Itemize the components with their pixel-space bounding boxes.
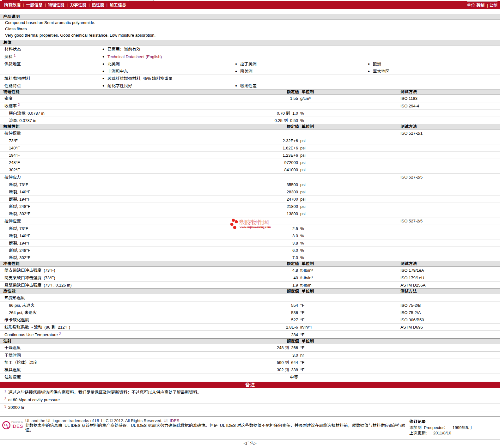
svg-text:IDES: IDES — [11, 423, 23, 429]
svg-text:L: L — [7, 425, 9, 428]
svg-text:Powered by: Powered by — [11, 421, 23, 423]
